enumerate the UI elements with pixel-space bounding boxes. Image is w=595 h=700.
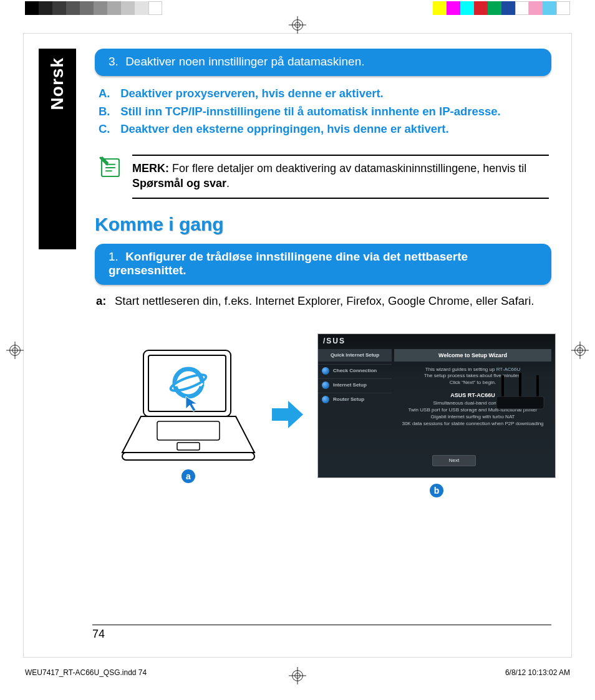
language-tab: Norsk <box>39 49 76 249</box>
laptop-illustration <box>120 348 257 463</box>
wizard-brand: /SUS <box>323 337 346 345</box>
instruction-a: a: Start nettleseren din, f.eks. Interne… <box>96 294 550 309</box>
router-icon <box>490 372 550 411</box>
language-tab-label: Norsk <box>47 57 67 110</box>
arrow-icon <box>271 400 304 432</box>
doc-filename: WEU7417_RT-AC66U_QSG.indd 74 <box>25 668 147 677</box>
svg-rect-22 <box>177 443 200 450</box>
step-1-bar: 1. Konfigurer de trådløse innstillingene… <box>95 244 551 285</box>
note-text: MERK: For flere detaljer om deaktivering… <box>132 155 549 199</box>
registration-mark-icon <box>289 667 306 677</box>
registration-mark-icon <box>6 342 24 359</box>
badge-a: a <box>181 469 195 483</box>
registration-mark-icon <box>571 342 589 359</box>
wizard-side-item: Router Setup <box>318 393 392 407</box>
section-heading: Komme i gang <box>95 214 551 235</box>
page-frame: Norsk 3. Deaktiver noen innstillinger på… <box>24 34 571 657</box>
step-number: 1. <box>109 250 119 263</box>
wizard-side-header: Quick Internet Setup <box>318 349 392 362</box>
svg-rect-24 <box>496 396 544 409</box>
sub-step-list: A. Deaktiver proxyserveren, hvis denne e… <box>95 85 551 138</box>
step-text: Konfigurer de trådløse innstillingene di… <box>109 250 468 277</box>
svg-rect-23 <box>122 453 254 460</box>
wizard-side-item: Check Connection <box>318 364 392 378</box>
step-number: 3. <box>109 55 119 68</box>
step-text: Deaktiver noen innstillinger på datamask… <box>125 55 364 68</box>
registration-mark-icon <box>289 16 306 34</box>
page-number: 74 <box>92 625 551 641</box>
wizard-title: Welcome to Setup Wizard <box>394 349 551 362</box>
sub-step-b: B. Still inn TCP/IP-innstillingene til å… <box>95 103 551 121</box>
note-box: MERK: For flere detaljer om deaktivering… <box>95 150 551 210</box>
sub-step-a: A. Deaktiver proxyserveren, hvis denne e… <box>95 85 551 103</box>
wizard-side-item: Internet Setup <box>318 378 392 393</box>
note-icon <box>97 155 123 181</box>
illustration-row: a /SUS Quick Internet Setup Check Connec… <box>120 334 551 497</box>
color-registration-bar <box>25 1 570 15</box>
wizard-next-button: Next <box>432 455 476 466</box>
step-3-bar: 3. Deaktiver noen innstillinger på datam… <box>95 49 551 76</box>
svg-rect-21 <box>157 421 220 440</box>
badge-b: b <box>430 484 443 497</box>
wizard-sidebar: Quick Internet Setup Check Connection In… <box>318 349 392 407</box>
setup-wizard-screenshot: /SUS Quick Internet Setup Check Connecti… <box>318 334 555 477</box>
doc-timestamp: 6/8/12 10:13:02 AM <box>505 668 570 677</box>
sub-step-c: C. Deaktver den eksterne oppringingen, h… <box>95 120 551 138</box>
